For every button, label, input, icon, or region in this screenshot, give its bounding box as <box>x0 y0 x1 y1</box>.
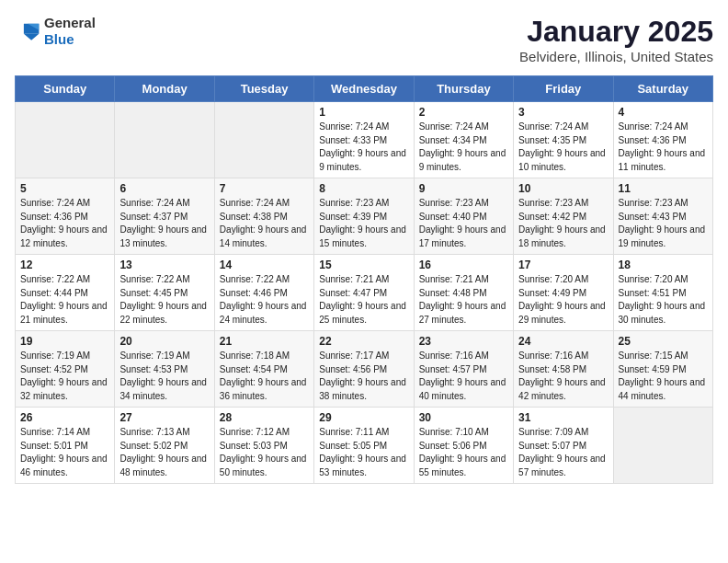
day-number: 7 <box>220 182 309 195</box>
day-detail: Sunrise: 7:21 AMSunset: 4:47 PMDaylight:… <box>319 273 408 327</box>
calendar-cell: 12Sunrise: 7:22 AMSunset: 4:44 PMDayligh… <box>16 255 115 331</box>
calendar-cell <box>214 102 313 178</box>
calendar-cell <box>115 102 214 178</box>
day-number: 31 <box>518 411 608 424</box>
day-number: 12 <box>20 259 109 271</box>
day-number: 8 <box>319 182 408 195</box>
calendar-cell: 9Sunrise: 7:23 AMSunset: 4:40 PMDaylight… <box>414 178 513 255</box>
day-number: 10 <box>518 182 608 195</box>
page-header: General Blue January 2025 Belvidere, Ill… <box>15 15 713 64</box>
day-detail: Sunrise: 7:16 AMSunset: 4:58 PMDaylight:… <box>518 350 608 403</box>
logo-text: General Blue <box>44 15 96 48</box>
weekday-header-friday: Friday <box>514 76 613 102</box>
day-number: 25 <box>619 335 708 348</box>
calendar-cell <box>16 102 115 178</box>
day-number: 19 <box>20 335 109 348</box>
logo-blue: Blue <box>44 31 74 47</box>
day-detail: Sunrise: 7:10 AMSunset: 5:06 PMDaylight:… <box>419 426 508 479</box>
day-number: 26 <box>20 411 109 424</box>
day-detail: Sunrise: 7:22 AMSunset: 4:46 PMDaylight:… <box>220 273 309 327</box>
day-detail: Sunrise: 7:13 AMSunset: 5:02 PMDaylight:… <box>119 426 209 479</box>
day-detail: Sunrise: 7:24 AMSunset: 4:37 PMDaylight:… <box>119 197 209 250</box>
calendar-cell: 19Sunrise: 7:19 AMSunset: 4:52 PMDayligh… <box>16 331 115 408</box>
day-detail: Sunrise: 7:23 AMSunset: 4:39 PMDaylight:… <box>319 197 408 250</box>
day-number: 30 <box>419 411 508 424</box>
calendar-cell: 28Sunrise: 7:12 AMSunset: 5:03 PMDayligh… <box>214 408 313 484</box>
day-number: 4 <box>619 106 708 119</box>
day-detail: Sunrise: 7:17 AMSunset: 4:56 PMDaylight:… <box>319 350 408 403</box>
day-detail: Sunrise: 7:24 AMSunset: 4:34 PMDaylight:… <box>419 121 508 174</box>
title-block: January 2025 Belvidere, Illinois, United… <box>519 15 713 64</box>
weekday-header-sunday: Sunday <box>16 76 115 102</box>
day-detail: Sunrise: 7:16 AMSunset: 4:57 PMDaylight:… <box>419 350 508 403</box>
calendar-cell: 26Sunrise: 7:14 AMSunset: 5:01 PMDayligh… <box>16 408 115 484</box>
calendar-cell: 11Sunrise: 7:23 AMSunset: 4:43 PMDayligh… <box>613 178 712 255</box>
day-number: 13 <box>119 259 209 271</box>
weekday-header-thursday: Thursday <box>414 76 513 102</box>
day-detail: Sunrise: 7:20 AMSunset: 4:51 PMDaylight:… <box>619 273 708 327</box>
weekday-header-saturday: Saturday <box>613 76 712 102</box>
day-number: 1 <box>319 106 408 119</box>
calendar-cell: 7Sunrise: 7:24 AMSunset: 4:38 PMDaylight… <box>214 178 313 255</box>
day-number: 2 <box>419 106 508 119</box>
day-number: 5 <box>20 182 109 195</box>
day-detail: Sunrise: 7:20 AMSunset: 4:49 PMDaylight:… <box>518 273 608 327</box>
calendar-cell: 23Sunrise: 7:16 AMSunset: 4:57 PMDayligh… <box>414 331 513 408</box>
calendar-week-3: 12Sunrise: 7:22 AMSunset: 4:44 PMDayligh… <box>16 255 713 331</box>
day-number: 14 <box>220 259 309 271</box>
calendar-cell: 30Sunrise: 7:10 AMSunset: 5:06 PMDayligh… <box>414 408 513 484</box>
day-number: 9 <box>419 182 508 195</box>
calendar-week-4: 19Sunrise: 7:19 AMSunset: 4:52 PMDayligh… <box>16 331 713 408</box>
day-detail: Sunrise: 7:19 AMSunset: 4:53 PMDaylight:… <box>119 350 209 403</box>
day-number: 29 <box>319 411 408 424</box>
calendar-cell: 27Sunrise: 7:13 AMSunset: 5:02 PMDayligh… <box>115 408 214 484</box>
logo-general: General <box>44 15 96 30</box>
day-number: 28 <box>220 411 309 424</box>
day-detail: Sunrise: 7:23 AMSunset: 4:43 PMDaylight:… <box>619 197 708 250</box>
day-detail: Sunrise: 7:22 AMSunset: 4:45 PMDaylight:… <box>119 273 209 327</box>
day-detail: Sunrise: 7:15 AMSunset: 4:59 PMDaylight:… <box>619 350 708 403</box>
day-detail: Sunrise: 7:14 AMSunset: 5:01 PMDaylight:… <box>20 426 109 479</box>
calendar-cell: 18Sunrise: 7:20 AMSunset: 4:51 PMDayligh… <box>613 255 712 331</box>
day-detail: Sunrise: 7:11 AMSunset: 5:05 PMDaylight:… <box>319 426 408 479</box>
calendar-cell: 21Sunrise: 7:18 AMSunset: 4:54 PMDayligh… <box>214 331 313 408</box>
weekday-header-monday: Monday <box>115 76 214 102</box>
calendar-cell: 29Sunrise: 7:11 AMSunset: 5:05 PMDayligh… <box>314 408 414 484</box>
day-detail: Sunrise: 7:23 AMSunset: 4:42 PMDaylight:… <box>518 197 608 250</box>
weekday-header-tuesday: Tuesday <box>214 76 313 102</box>
day-number: 16 <box>419 259 508 271</box>
day-detail: Sunrise: 7:19 AMSunset: 4:52 PMDaylight:… <box>20 350 109 403</box>
calendar-title: January 2025 <box>519 15 713 49</box>
day-number: 18 <box>619 259 708 271</box>
calendar-cell: 4Sunrise: 7:24 AMSunset: 4:36 PMDaylight… <box>613 102 712 178</box>
day-number: 27 <box>119 411 209 424</box>
day-detail: Sunrise: 7:24 AMSunset: 4:36 PMDaylight:… <box>20 197 109 250</box>
day-detail: Sunrise: 7:24 AMSunset: 4:36 PMDaylight:… <box>619 121 708 174</box>
calendar-cell: 24Sunrise: 7:16 AMSunset: 4:58 PMDayligh… <box>514 331 613 408</box>
calendar-cell: 3Sunrise: 7:24 AMSunset: 4:35 PMDaylight… <box>514 102 613 178</box>
day-number: 3 <box>518 106 608 119</box>
day-detail: Sunrise: 7:22 AMSunset: 4:44 PMDaylight:… <box>20 273 109 327</box>
calendar-cell: 16Sunrise: 7:21 AMSunset: 4:48 PMDayligh… <box>414 255 513 331</box>
calendar-cell: 20Sunrise: 7:19 AMSunset: 4:53 PMDayligh… <box>115 331 214 408</box>
day-number: 22 <box>319 335 408 348</box>
day-number: 23 <box>419 335 508 348</box>
calendar-cell: 17Sunrise: 7:20 AMSunset: 4:49 PMDayligh… <box>514 255 613 331</box>
day-detail: Sunrise: 7:24 AMSunset: 4:38 PMDaylight:… <box>220 197 309 250</box>
day-number: 20 <box>119 335 209 348</box>
day-detail: Sunrise: 7:24 AMSunset: 4:35 PMDaylight:… <box>518 121 608 174</box>
calendar-cell: 22Sunrise: 7:17 AMSunset: 4:56 PMDayligh… <box>314 331 414 408</box>
calendar-week-5: 26Sunrise: 7:14 AMSunset: 5:01 PMDayligh… <box>16 408 713 484</box>
day-detail: Sunrise: 7:12 AMSunset: 5:03 PMDaylight:… <box>220 426 309 479</box>
svg-marker-1 <box>24 34 40 40</box>
calendar-week-1: 1Sunrise: 7:24 AMSunset: 4:33 PMDaylight… <box>16 102 713 178</box>
day-detail: Sunrise: 7:23 AMSunset: 4:40 PMDaylight:… <box>419 197 508 250</box>
calendar-cell: 2Sunrise: 7:24 AMSunset: 4:34 PMDaylight… <box>414 102 513 178</box>
logo-icon <box>15 21 40 41</box>
calendar-cell: 5Sunrise: 7:24 AMSunset: 4:36 PMDaylight… <box>16 178 115 255</box>
calendar-week-2: 5Sunrise: 7:24 AMSunset: 4:36 PMDaylight… <box>16 178 713 255</box>
day-number: 17 <box>518 259 608 271</box>
day-detail: Sunrise: 7:21 AMSunset: 4:48 PMDaylight:… <box>419 273 508 327</box>
calendar-cell: 25Sunrise: 7:15 AMSunset: 4:59 PMDayligh… <box>613 331 712 408</box>
calendar-cell <box>613 408 712 484</box>
